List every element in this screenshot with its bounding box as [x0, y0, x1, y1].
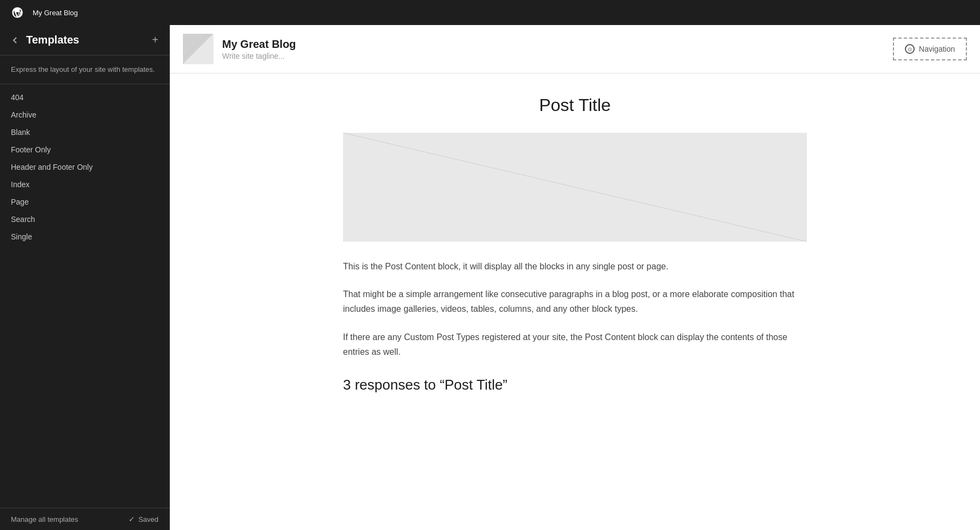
saved-status: ✓ Saved: [128, 515, 158, 523]
post-title: Post Title: [343, 95, 807, 115]
sidebar-item-blank[interactable]: Blank: [0, 124, 169, 141]
navigation-button[interactable]: ⊙ Navigation: [893, 38, 967, 60]
site-tagline: Write site tagline...: [222, 52, 893, 60]
saved-checkmark-icon: ✓: [128, 515, 135, 523]
sidebar-header: Templates +: [0, 25, 169, 56]
sidebar-item-archive[interactable]: Archive: [0, 106, 169, 124]
sidebar-nav: 404 Archive Blank Footer Only Header and…: [0, 84, 169, 508]
sidebar-footer: Manage all templates ✓ Saved: [0, 508, 169, 530]
sidebar-item-404[interactable]: 404: [0, 89, 169, 106]
main-layout: Templates + Express the layout of your s…: [0, 25, 980, 530]
post-body-paragraph-1: This is the Post Content block, it will …: [343, 259, 807, 274]
post-responses-heading: 3 responses to “Post Title”: [343, 377, 807, 393]
navigation-label: Navigation: [919, 45, 955, 53]
site-info: My Great Blog Write site tagline...: [222, 38, 893, 60]
sidebar-item-index[interactable]: Index: [0, 176, 169, 193]
wordpress-logo[interactable]: [9, 4, 26, 21]
sidebar: Templates + Express the layout of your s…: [0, 25, 170, 530]
add-template-button[interactable]: +: [152, 34, 158, 46]
sidebar-title: Templates: [26, 34, 152, 46]
sidebar-description: Express the layout of your site with tem…: [0, 56, 169, 84]
sidebar-item-search[interactable]: Search: [0, 211, 169, 228]
sidebar-item-footer-only[interactable]: Footer Only: [0, 141, 169, 158]
preview-header: My Great Blog Write site tagline... ⊙ Na…: [170, 25, 980, 73]
post-content: Post Title This is the Post Content bloc…: [330, 73, 820, 415]
manage-all-templates-link[interactable]: Manage all templates: [11, 515, 78, 523]
post-body-paragraph-2: That might be a simple arrangement like …: [343, 287, 807, 316]
content-area: My Great Blog Write site tagline... ⊙ Na…: [170, 25, 980, 530]
sidebar-item-single[interactable]: Single: [0, 228, 169, 245]
admin-site-name: My Great Blog: [33, 9, 78, 17]
post-body-paragraph-3: If there are any Custom Post Types regis…: [343, 330, 807, 359]
sidebar-item-header-footer-only[interactable]: Header and Footer Only: [0, 158, 169, 176]
site-logo: [183, 34, 213, 64]
saved-label: Saved: [138, 515, 158, 523]
sidebar-item-page[interactable]: Page: [0, 193, 169, 211]
site-title: My Great Blog: [222, 38, 893, 51]
admin-bar: My Great Blog: [0, 0, 980, 25]
back-button[interactable]: [11, 36, 20, 45]
post-featured-image: [343, 133, 807, 242]
navigation-icon: ⊙: [905, 44, 915, 54]
